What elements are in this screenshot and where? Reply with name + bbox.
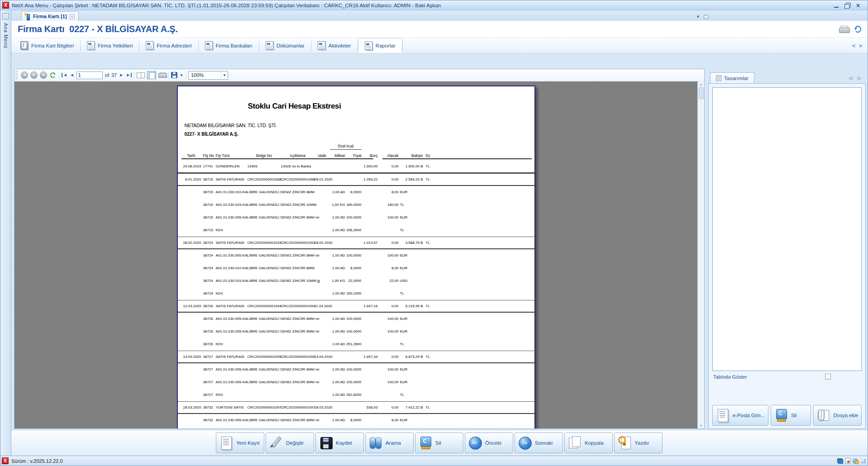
print-report-icon[interactable] — [158, 72, 166, 78]
document-status-icon[interactable] — [845, 458, 850, 464]
workspace: ◄ ► ✕ ◄ ◄ of 37 ► ► — [11, 53, 868, 430]
icon-new-record — [219, 436, 233, 450]
report-toolbar: ◄ ► ✕ ◄ ◄ of 37 ► ► — [14, 69, 704, 81]
icon-search-binoculars — [369, 436, 382, 450]
doc-icon — [87, 41, 95, 50]
doc-icon — [266, 41, 273, 50]
tab-aktiviteler[interactable]: Aktiviteler — [311, 38, 358, 53]
report-row-detail: 38727KDV1,00 AD252,8200TL — [178, 389, 534, 401]
sonraki-button[interactable]: Sonraki — [515, 433, 563, 453]
dosya-ekle-button[interactable]: Dosya ekle — [813, 405, 862, 426]
icon-next — [518, 436, 532, 450]
nceki-button[interactable]: Önceki — [465, 433, 513, 453]
report-row-master: 29.08.201917741GONDERILEN1342613426 no l… — [178, 161, 534, 173]
export-save-icon[interactable] — [171, 72, 177, 78]
doc-tab-close-icon[interactable]: ✕ — [70, 14, 75, 19]
menu-list-icon — [2, 13, 9, 19]
sidebar-collapsed-ana-menu[interactable]: Ana Menü — [0, 10, 11, 456]
tab-firma-adresleri[interactable]: Firma Adresleri — [139, 38, 198, 53]
stop-icon[interactable]: ✕ — [40, 71, 47, 79]
forward-icon[interactable]: ► — [30, 71, 38, 79]
report-row-detail: 38715A01.01.030.010-KALİBRE GALVENİZLİ D… — [178, 186, 534, 199]
refresh-icon[interactable] — [854, 26, 861, 33]
first-page-icon[interactable]: ◄ — [62, 73, 67, 77]
show-in-table-checkbox[interactable] — [825, 374, 831, 380]
report-viewer-panel: ◄ ► ✕ ◄ ◄ of 37 ► ► — [14, 69, 705, 429]
de-i-tir-button[interactable]: Değiştir — [266, 433, 314, 453]
next-page-icon[interactable]: ► — [119, 73, 124, 77]
window-list-icon[interactable] — [704, 15, 708, 19]
tab-d-k-manlar[interactable]: Dökümanlar — [259, 38, 311, 53]
print-layout-icon[interactable] — [147, 71, 156, 79]
sidebar-label: Ana Menü — [3, 23, 9, 48]
designs-panel: Tasarımlar ◁ ▷ Tabloda Göster — [708, 69, 866, 429]
scrollbar-thumb[interactable] — [699, 87, 704, 99]
button-label: Yeni Kayıt — [236, 440, 259, 446]
report-row-detail: 38726A01.01.030.005-KALİBRE GALVENİZLİ D… — [178, 325, 534, 338]
resize-grip[interactable] — [860, 458, 866, 464]
zoom-combobox[interactable]: 100% ▼ — [188, 71, 228, 80]
kaydet-button[interactable]: Kaydet — [315, 433, 364, 453]
tab-firma-kart-bilgileri[interactable]: Firma Kart Bilgileri — [14, 38, 80, 53]
arama-button[interactable]: Arama — [365, 433, 414, 453]
icon-delete-trash — [774, 408, 788, 423]
tab-scroll-left-icon[interactable]: ◀ — [852, 43, 855, 48]
multipage-view-icon[interactable] — [137, 72, 145, 78]
sil-button[interactable]: Sil — [771, 405, 811, 426]
of-label: of — [105, 72, 109, 78]
doc-icon — [205, 41, 213, 50]
report-scrollbar[interactable]: ▲ ▼ — [697, 81, 704, 428]
yeni-kay-t-button[interactable]: Yeni Kayıt — [216, 433, 264, 453]
toolbar-separator — [186, 71, 186, 79]
doc-icon — [146, 41, 153, 50]
designs-listbox[interactable] — [712, 87, 862, 371]
panel-next-icon[interactable]: ▷ — [858, 76, 861, 81]
button-label: e-Posta Gön... — [733, 413, 765, 418]
printer-icon[interactable] — [839, 26, 849, 33]
tab-separator — [402, 40, 403, 51]
kopyala-button[interactable]: Kopyala — [564, 433, 613, 453]
report-page: Stoklu Cari Hesap Ekstresi NETADAM BİLGİ… — [177, 86, 535, 428]
chevron-down-icon[interactable]: ▼ — [696, 14, 700, 19]
tab-label: Tasarımlar — [724, 76, 749, 81]
export-dropdown-icon[interactable]: ▼ — [180, 73, 183, 77]
report-view-area: Stoklu Cari Hesap Ekstresi NETADAM BİLGİ… — [14, 81, 697, 428]
e-posta-g-n-button[interactable]: e-Posta Gön... — [712, 405, 768, 426]
restore-button[interactable] — [844, 3, 850, 8]
zoom-dropdown-icon[interactable]: ▼ — [221, 71, 228, 79]
tab-firma-yetkilileri[interactable]: Firma Yetkilileri — [81, 38, 139, 53]
report-rows: 29.08.201917741GONDERILEN1342613426 no l… — [178, 161, 534, 427]
tab-scroll-right-icon[interactable]: ▶ — [859, 43, 863, 48]
report-row-detail: 38726KDV1,00 AD251,2600TL — [178, 338, 534, 351]
close-button[interactable]: × — [855, 3, 861, 8]
tab-label: Firma Yetkilileri — [98, 43, 133, 48]
tab-raporlar[interactable]: Raporlar — [358, 38, 402, 53]
scroll-down-icon[interactable]: ▼ — [700, 423, 703, 428]
settings-gear-icon[interactable] — [853, 458, 858, 464]
column-header-miktar: Miktar — [330, 153, 345, 158]
scroll-up-icon[interactable]: ▲ — [700, 81, 703, 87]
button-label: Kaydet — [336, 440, 352, 446]
report-row-detail: 38724A01.01.030.015-KALİBRE GALVENİZLİ D… — [178, 275, 534, 287]
panel-prev-icon[interactable]: ◁ — [849, 76, 853, 81]
tab-tasarimlar[interactable]: Tasarımlar — [710, 72, 754, 83]
page-header: Firma Kartı 0227 - X BİLGİSAYAR A.Ş. — [11, 21, 868, 38]
version-label: Sürüm : v.2025.12.22.0 — [11, 458, 63, 464]
toolbar-separator — [168, 71, 169, 79]
doc-tab-label: Firma Kartı [1] — [33, 14, 67, 19]
previous-page-icon[interactable]: ◄ — [70, 73, 74, 77]
back-icon[interactable]: ◄ — [21, 71, 28, 79]
doc-tab-firma-karti[interactable]: Firma Kartı [1] ✕ — [21, 11, 79, 21]
show-in-table-label: Tabloda Göster — [713, 374, 747, 380]
page-number-input[interactable] — [76, 71, 103, 79]
minimize-button[interactable] — [833, 3, 839, 8]
page-title: Firma Kartı 0227 - X BİLGİSAYAR A.Ş. — [18, 24, 178, 34]
windows-layers-icon[interactable] — [837, 458, 843, 464]
toolbar-separator — [134, 71, 134, 79]
last-page-icon[interactable]: ► — [126, 73, 132, 77]
column-header-bakiye: Bakiye — [399, 153, 423, 158]
yazd-r-button[interactable]: Yazdır — [614, 433, 663, 453]
sil-button[interactable]: Sil — [415, 433, 463, 453]
refresh-report-icon[interactable] — [50, 72, 56, 78]
tab-firma-bankalar[interactable]: Firma Bankaları — [199, 38, 259, 53]
